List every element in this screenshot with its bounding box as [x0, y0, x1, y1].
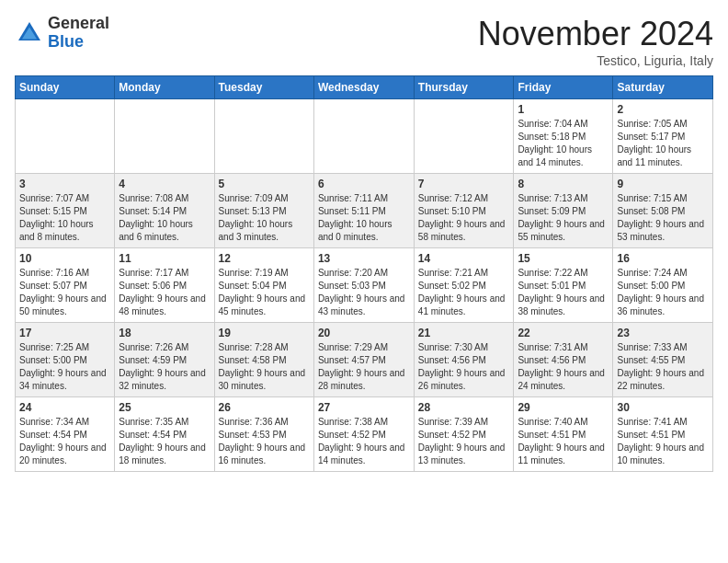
day-cell: 15Sunrise: 7:22 AM Sunset: 5:01 PM Dayli…	[514, 248, 613, 323]
day-cell	[16, 99, 115, 174]
logo-icon	[15, 18, 44, 48]
weekday-header-saturday: Saturday	[613, 76, 713, 99]
weekday-header-monday: Monday	[115, 76, 214, 99]
day-cell: 24Sunrise: 7:34 AM Sunset: 4:54 PM Dayli…	[16, 397, 115, 472]
day-cell: 2Sunrise: 7:05 AM Sunset: 5:17 PM Daylig…	[613, 99, 713, 174]
day-info: Sunrise: 7:26 AM Sunset: 4:59 PM Dayligh…	[119, 341, 210, 393]
day-info: Sunrise: 7:38 AM Sunset: 4:52 PM Dayligh…	[318, 416, 410, 467]
title-block: November 2024 Testico, Liguria, Italy	[478, 15, 713, 68]
day-number: 17	[19, 327, 110, 339]
day-cell: 14Sunrise: 7:21 AM Sunset: 5:02 PM Dayli…	[414, 248, 514, 323]
day-number: 14	[418, 252, 510, 265]
day-number: 29	[518, 401, 609, 414]
day-info: Sunrise: 7:11 AM Sunset: 5:11 PM Dayligh…	[318, 192, 410, 244]
day-number: 6	[318, 178, 410, 190]
day-number: 12	[219, 252, 310, 265]
day-number: 16	[617, 252, 709, 265]
day-cell	[414, 99, 514, 174]
day-cell: 28Sunrise: 7:39 AM Sunset: 4:52 PM Dayli…	[414, 397, 514, 472]
day-cell: 21Sunrise: 7:30 AM Sunset: 4:56 PM Dayli…	[414, 323, 514, 397]
day-cell: 11Sunrise: 7:17 AM Sunset: 5:06 PM Dayli…	[115, 248, 214, 323]
day-number: 20	[318, 327, 410, 339]
day-number: 27	[318, 401, 410, 414]
day-cell	[214, 99, 313, 174]
day-number: 18	[119, 327, 210, 339]
day-cell: 19Sunrise: 7:28 AM Sunset: 4:58 PM Dayli…	[214, 323, 313, 397]
day-number: 24	[19, 401, 110, 414]
day-cell: 20Sunrise: 7:29 AM Sunset: 4:57 PM Dayli…	[313, 323, 414, 397]
day-info: Sunrise: 7:35 AM Sunset: 4:54 PM Dayligh…	[119, 416, 210, 467]
week-row-4: 17Sunrise: 7:25 AM Sunset: 5:00 PM Dayli…	[16, 323, 713, 397]
day-info: Sunrise: 7:31 AM Sunset: 4:56 PM Dayligh…	[518, 341, 609, 393]
day-info: Sunrise: 7:15 AM Sunset: 5:08 PM Dayligh…	[617, 192, 709, 244]
weekday-header-row: SundayMondayTuesdayWednesdayThursdayFrid…	[16, 76, 713, 99]
day-cell: 27Sunrise: 7:38 AM Sunset: 4:52 PM Dayli…	[313, 397, 414, 472]
day-info: Sunrise: 7:07 AM Sunset: 5:15 PM Dayligh…	[19, 192, 110, 244]
day-info: Sunrise: 7:29 AM Sunset: 4:57 PM Dayligh…	[318, 341, 410, 393]
day-info: Sunrise: 7:16 AM Sunset: 5:07 PM Dayligh…	[19, 267, 110, 318]
day-info: Sunrise: 7:09 AM Sunset: 5:13 PM Dayligh…	[219, 192, 310, 244]
day-info: Sunrise: 7:41 AM Sunset: 4:51 PM Dayligh…	[617, 416, 709, 467]
weekday-header-thursday: Thursday	[414, 76, 514, 99]
day-cell: 17Sunrise: 7:25 AM Sunset: 5:00 PM Dayli…	[16, 323, 115, 397]
logo-general: General	[48, 15, 109, 33]
day-cell: 26Sunrise: 7:36 AM Sunset: 4:53 PM Dayli…	[214, 397, 313, 472]
day-number: 15	[518, 252, 609, 265]
day-number: 4	[119, 178, 210, 190]
day-info: Sunrise: 7:20 AM Sunset: 5:03 PM Dayligh…	[318, 267, 410, 318]
day-info: Sunrise: 7:12 AM Sunset: 5:10 PM Dayligh…	[418, 192, 510, 244]
day-cell	[115, 99, 214, 174]
day-info: Sunrise: 7:34 AM Sunset: 4:54 PM Dayligh…	[19, 416, 110, 467]
day-info: Sunrise: 7:05 AM Sunset: 5:17 PM Dayligh…	[617, 118, 709, 169]
day-number: 23	[617, 327, 709, 339]
day-number: 28	[418, 401, 510, 414]
day-cell: 18Sunrise: 7:26 AM Sunset: 4:59 PM Dayli…	[115, 323, 214, 397]
day-info: Sunrise: 7:30 AM Sunset: 4:56 PM Dayligh…	[418, 341, 510, 393]
day-info: Sunrise: 7:36 AM Sunset: 4:53 PM Dayligh…	[219, 416, 310, 467]
day-info: Sunrise: 7:28 AM Sunset: 4:58 PM Dayligh…	[219, 341, 310, 393]
day-info: Sunrise: 7:40 AM Sunset: 4:51 PM Dayligh…	[518, 416, 609, 467]
weekday-header-friday: Friday	[514, 76, 613, 99]
week-row-1: 1Sunrise: 7:04 AM Sunset: 5:18 PM Daylig…	[16, 99, 713, 174]
day-number: 26	[219, 401, 310, 414]
weekday-header-tuesday: Tuesday	[214, 76, 313, 99]
day-cell: 29Sunrise: 7:40 AM Sunset: 4:51 PM Dayli…	[514, 397, 613, 472]
day-number: 22	[518, 327, 609, 339]
calendar-table: SundayMondayTuesdayWednesdayThursdayFrid…	[15, 75, 713, 472]
day-cell: 13Sunrise: 7:20 AM Sunset: 5:03 PM Dayli…	[313, 248, 414, 323]
day-number: 7	[418, 178, 510, 190]
day-number: 21	[418, 327, 510, 339]
weekday-header-sunday: Sunday	[16, 76, 115, 99]
day-info: Sunrise: 7:19 AM Sunset: 5:04 PM Dayligh…	[219, 267, 310, 318]
day-cell: 23Sunrise: 7:33 AM Sunset: 4:55 PM Dayli…	[613, 323, 713, 397]
day-number: 10	[19, 252, 110, 265]
day-number: 2	[617, 103, 709, 116]
logo-text: General Blue	[48, 15, 109, 52]
location-subtitle: Testico, Liguria, Italy	[478, 53, 713, 68]
day-info: Sunrise: 7:22 AM Sunset: 5:01 PM Dayligh…	[518, 267, 609, 318]
day-cell: 1Sunrise: 7:04 AM Sunset: 5:18 PM Daylig…	[514, 99, 613, 174]
day-number: 9	[617, 178, 709, 190]
day-cell: 4Sunrise: 7:08 AM Sunset: 5:14 PM Daylig…	[115, 174, 214, 248]
day-cell: 25Sunrise: 7:35 AM Sunset: 4:54 PM Dayli…	[115, 397, 214, 472]
week-row-3: 10Sunrise: 7:16 AM Sunset: 5:07 PM Dayli…	[16, 248, 713, 323]
day-cell: 22Sunrise: 7:31 AM Sunset: 4:56 PM Dayli…	[514, 323, 613, 397]
day-cell: 10Sunrise: 7:16 AM Sunset: 5:07 PM Dayli…	[16, 248, 115, 323]
day-cell: 5Sunrise: 7:09 AM Sunset: 5:13 PM Daylig…	[214, 174, 313, 248]
day-cell: 7Sunrise: 7:12 AM Sunset: 5:10 PM Daylig…	[414, 174, 514, 248]
day-info: Sunrise: 7:17 AM Sunset: 5:06 PM Dayligh…	[119, 267, 210, 318]
day-cell: 3Sunrise: 7:07 AM Sunset: 5:15 PM Daylig…	[16, 174, 115, 248]
day-cell: 12Sunrise: 7:19 AM Sunset: 5:04 PM Dayli…	[214, 248, 313, 323]
weekday-header-wednesday: Wednesday	[313, 76, 414, 99]
day-info: Sunrise: 7:24 AM Sunset: 5:00 PM Dayligh…	[617, 267, 709, 318]
day-number: 1	[518, 103, 609, 116]
day-number: 13	[318, 252, 410, 265]
day-number: 19	[219, 327, 310, 339]
day-info: Sunrise: 7:39 AM Sunset: 4:52 PM Dayligh…	[418, 416, 510, 467]
day-cell	[313, 99, 414, 174]
week-row-5: 24Sunrise: 7:34 AM Sunset: 4:54 PM Dayli…	[16, 397, 713, 472]
day-number: 11	[119, 252, 210, 265]
day-number: 8	[518, 178, 609, 190]
day-info: Sunrise: 7:25 AM Sunset: 5:00 PM Dayligh…	[19, 341, 110, 393]
page-header: General Blue November 2024 Testico, Ligu…	[15, 15, 713, 68]
